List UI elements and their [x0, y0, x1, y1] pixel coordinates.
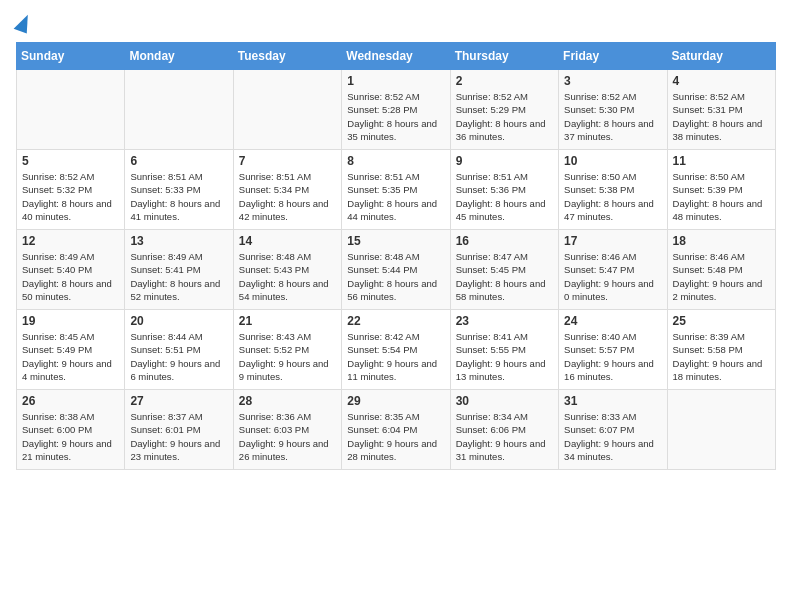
day-info: Sunrise: 8:52 AM Sunset: 5:29 PM Dayligh… [456, 90, 553, 143]
day-info: Sunrise: 8:52 AM Sunset: 5:30 PM Dayligh… [564, 90, 661, 143]
day-number: 4 [673, 74, 770, 88]
day-info: Sunrise: 8:49 AM Sunset: 5:41 PM Dayligh… [130, 250, 227, 303]
day-info: Sunrise: 8:38 AM Sunset: 6:00 PM Dayligh… [22, 410, 119, 463]
calendar-cell: 7Sunrise: 8:51 AM Sunset: 5:34 PM Daylig… [233, 150, 341, 230]
day-number: 20 [130, 314, 227, 328]
calendar-cell: 21Sunrise: 8:43 AM Sunset: 5:52 PM Dayli… [233, 310, 341, 390]
day-number: 6 [130, 154, 227, 168]
day-number: 23 [456, 314, 553, 328]
calendar-table: SundayMondayTuesdayWednesdayThursdayFrid… [16, 42, 776, 470]
calendar-cell: 9Sunrise: 8:51 AM Sunset: 5:36 PM Daylig… [450, 150, 558, 230]
day-info: Sunrise: 8:47 AM Sunset: 5:45 PM Dayligh… [456, 250, 553, 303]
day-info: Sunrise: 8:51 AM Sunset: 5:33 PM Dayligh… [130, 170, 227, 223]
day-number: 25 [673, 314, 770, 328]
page-header [16, 16, 776, 34]
calendar-week-row: 26Sunrise: 8:38 AM Sunset: 6:00 PM Dayli… [17, 390, 776, 470]
day-info: Sunrise: 8:52 AM Sunset: 5:31 PM Dayligh… [673, 90, 770, 143]
day-info: Sunrise: 8:42 AM Sunset: 5:54 PM Dayligh… [347, 330, 444, 383]
logo [16, 16, 31, 34]
weekday-header-tuesday: Tuesday [233, 43, 341, 70]
day-info: Sunrise: 8:43 AM Sunset: 5:52 PM Dayligh… [239, 330, 336, 383]
calendar-cell [17, 70, 125, 150]
day-number: 1 [347, 74, 444, 88]
calendar-cell: 26Sunrise: 8:38 AM Sunset: 6:00 PM Dayli… [17, 390, 125, 470]
day-number: 11 [673, 154, 770, 168]
calendar-cell: 3Sunrise: 8:52 AM Sunset: 5:30 PM Daylig… [559, 70, 667, 150]
calendar-cell: 29Sunrise: 8:35 AM Sunset: 6:04 PM Dayli… [342, 390, 450, 470]
weekday-header-row: SundayMondayTuesdayWednesdayThursdayFrid… [17, 43, 776, 70]
day-info: Sunrise: 8:40 AM Sunset: 5:57 PM Dayligh… [564, 330, 661, 383]
calendar-cell: 24Sunrise: 8:40 AM Sunset: 5:57 PM Dayli… [559, 310, 667, 390]
day-info: Sunrise: 8:46 AM Sunset: 5:47 PM Dayligh… [564, 250, 661, 303]
day-info: Sunrise: 8:36 AM Sunset: 6:03 PM Dayligh… [239, 410, 336, 463]
day-number: 12 [22, 234, 119, 248]
calendar-cell: 12Sunrise: 8:49 AM Sunset: 5:40 PM Dayli… [17, 230, 125, 310]
calendar-cell: 15Sunrise: 8:48 AM Sunset: 5:44 PM Dayli… [342, 230, 450, 310]
day-info: Sunrise: 8:51 AM Sunset: 5:35 PM Dayligh… [347, 170, 444, 223]
day-number: 29 [347, 394, 444, 408]
calendar-cell: 25Sunrise: 8:39 AM Sunset: 5:58 PM Dayli… [667, 310, 775, 390]
calendar-cell: 6Sunrise: 8:51 AM Sunset: 5:33 PM Daylig… [125, 150, 233, 230]
calendar-cell: 10Sunrise: 8:50 AM Sunset: 5:38 PM Dayli… [559, 150, 667, 230]
weekday-header-sunday: Sunday [17, 43, 125, 70]
day-info: Sunrise: 8:51 AM Sunset: 5:34 PM Dayligh… [239, 170, 336, 223]
day-info: Sunrise: 8:50 AM Sunset: 5:38 PM Dayligh… [564, 170, 661, 223]
day-number: 3 [564, 74, 661, 88]
day-number: 16 [456, 234, 553, 248]
day-info: Sunrise: 8:34 AM Sunset: 6:06 PM Dayligh… [456, 410, 553, 463]
day-number: 13 [130, 234, 227, 248]
day-number: 21 [239, 314, 336, 328]
day-number: 5 [22, 154, 119, 168]
day-info: Sunrise: 8:35 AM Sunset: 6:04 PM Dayligh… [347, 410, 444, 463]
day-number: 24 [564, 314, 661, 328]
day-number: 27 [130, 394, 227, 408]
calendar-cell: 1Sunrise: 8:52 AM Sunset: 5:28 PM Daylig… [342, 70, 450, 150]
day-number: 28 [239, 394, 336, 408]
day-number: 2 [456, 74, 553, 88]
calendar-cell: 31Sunrise: 8:33 AM Sunset: 6:07 PM Dayli… [559, 390, 667, 470]
weekday-header-thursday: Thursday [450, 43, 558, 70]
day-info: Sunrise: 8:49 AM Sunset: 5:40 PM Dayligh… [22, 250, 119, 303]
day-number: 9 [456, 154, 553, 168]
calendar-cell: 11Sunrise: 8:50 AM Sunset: 5:39 PM Dayli… [667, 150, 775, 230]
calendar-cell: 18Sunrise: 8:46 AM Sunset: 5:48 PM Dayli… [667, 230, 775, 310]
day-info: Sunrise: 8:39 AM Sunset: 5:58 PM Dayligh… [673, 330, 770, 383]
calendar-cell: 22Sunrise: 8:42 AM Sunset: 5:54 PM Dayli… [342, 310, 450, 390]
day-info: Sunrise: 8:50 AM Sunset: 5:39 PM Dayligh… [673, 170, 770, 223]
day-info: Sunrise: 8:41 AM Sunset: 5:55 PM Dayligh… [456, 330, 553, 383]
day-info: Sunrise: 8:37 AM Sunset: 6:01 PM Dayligh… [130, 410, 227, 463]
day-number: 22 [347, 314, 444, 328]
calendar-cell: 28Sunrise: 8:36 AM Sunset: 6:03 PM Dayli… [233, 390, 341, 470]
calendar-cell: 30Sunrise: 8:34 AM Sunset: 6:06 PM Dayli… [450, 390, 558, 470]
calendar-week-row: 5Sunrise: 8:52 AM Sunset: 5:32 PM Daylig… [17, 150, 776, 230]
day-info: Sunrise: 8:51 AM Sunset: 5:36 PM Dayligh… [456, 170, 553, 223]
day-info: Sunrise: 8:48 AM Sunset: 5:43 PM Dayligh… [239, 250, 336, 303]
calendar-cell: 23Sunrise: 8:41 AM Sunset: 5:55 PM Dayli… [450, 310, 558, 390]
day-number: 31 [564, 394, 661, 408]
calendar-cell: 5Sunrise: 8:52 AM Sunset: 5:32 PM Daylig… [17, 150, 125, 230]
calendar-cell: 20Sunrise: 8:44 AM Sunset: 5:51 PM Dayli… [125, 310, 233, 390]
calendar-week-row: 12Sunrise: 8:49 AM Sunset: 5:40 PM Dayli… [17, 230, 776, 310]
calendar-cell: 14Sunrise: 8:48 AM Sunset: 5:43 PM Dayli… [233, 230, 341, 310]
calendar-week-row: 19Sunrise: 8:45 AM Sunset: 5:49 PM Dayli… [17, 310, 776, 390]
calendar-cell [233, 70, 341, 150]
calendar-cell: 19Sunrise: 8:45 AM Sunset: 5:49 PM Dayli… [17, 310, 125, 390]
calendar-cell: 2Sunrise: 8:52 AM Sunset: 5:29 PM Daylig… [450, 70, 558, 150]
day-info: Sunrise: 8:44 AM Sunset: 5:51 PM Dayligh… [130, 330, 227, 383]
calendar-week-row: 1Sunrise: 8:52 AM Sunset: 5:28 PM Daylig… [17, 70, 776, 150]
day-number: 7 [239, 154, 336, 168]
day-number: 8 [347, 154, 444, 168]
day-number: 26 [22, 394, 119, 408]
day-info: Sunrise: 8:48 AM Sunset: 5:44 PM Dayligh… [347, 250, 444, 303]
calendar-cell: 27Sunrise: 8:37 AM Sunset: 6:01 PM Dayli… [125, 390, 233, 470]
calendar-cell: 17Sunrise: 8:46 AM Sunset: 5:47 PM Dayli… [559, 230, 667, 310]
day-number: 17 [564, 234, 661, 248]
day-info: Sunrise: 8:52 AM Sunset: 5:28 PM Dayligh… [347, 90, 444, 143]
weekday-header-wednesday: Wednesday [342, 43, 450, 70]
day-number: 30 [456, 394, 553, 408]
calendar-cell [667, 390, 775, 470]
day-info: Sunrise: 8:52 AM Sunset: 5:32 PM Dayligh… [22, 170, 119, 223]
day-number: 19 [22, 314, 119, 328]
day-number: 15 [347, 234, 444, 248]
day-number: 10 [564, 154, 661, 168]
